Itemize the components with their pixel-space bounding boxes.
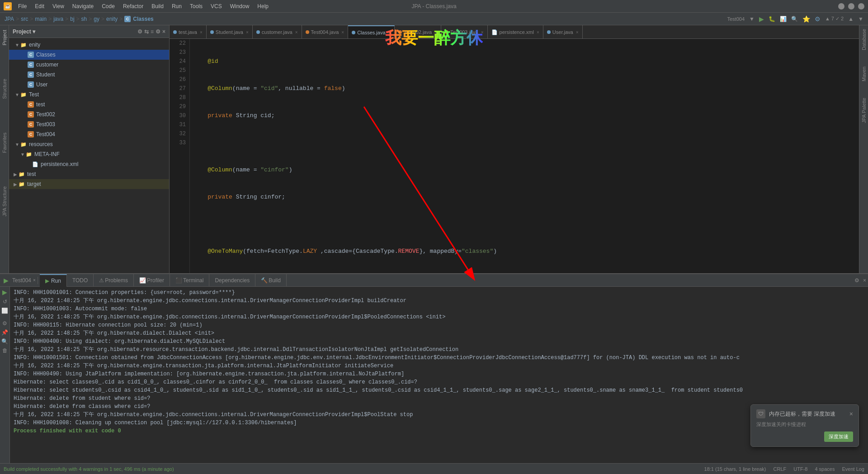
project-collapse-icon[interactable]: ≡ — [151, 28, 154, 35]
status-charset[interactable]: UTF-8 — [793, 466, 807, 472]
bottom-tab-run[interactable]: ▶ Run — [40, 274, 67, 287]
tree-item-resources[interactable]: ▼ 📁 resources — [9, 139, 169, 149]
right-tab-database[interactable]: Database — [860, 25, 868, 54]
menu-edit[interactable]: Edit — [31, 2, 48, 10]
menu-window[interactable]: Window — [226, 2, 253, 10]
breadcrumb-java[interactable]: java — [53, 16, 63, 22]
tab-student[interactable]: Student.java × — [207, 25, 253, 39]
run-strip-filter[interactable]: 🔍 — [1, 338, 8, 345]
tab-close-customer[interactable]: × — [295, 30, 298, 35]
tab-test[interactable]: test.java × — [170, 25, 207, 39]
breadcrumb-sh[interactable]: sh — [81, 16, 87, 22]
tab-test004[interactable]: Test004.java × — [302, 25, 349, 39]
console-area[interactable]: INFO: HHH10001001: Connection properties… — [10, 287, 868, 463]
menu-file[interactable]: File — [14, 2, 30, 10]
breadcrumb-jpa[interactable]: JPA — [5, 16, 14, 22]
bottom-tab-profiler[interactable]: 📈 Profiler — [134, 274, 170, 287]
tree-item-classes[interactable]: C Classes — [9, 50, 169, 60]
warnings-nav-down[interactable]: ▼ — [858, 16, 863, 22]
tab-close-persistence[interactable]: × — [537, 30, 539, 35]
tree-item-test-folder[interactable]: ▼ 📁 Test — [9, 90, 169, 100]
status-crlf[interactable]: CRLF — [774, 466, 787, 472]
breadcrumb-enity[interactable]: enity — [106, 16, 118, 22]
menu-tools[interactable]: Tools — [186, 2, 206, 10]
breadcrumb-src[interactable]: src — [21, 16, 28, 22]
run-tab-close[interactable]: × — [33, 278, 36, 283]
notification-close-button[interactable]: × — [849, 410, 853, 417]
tree-item-metainf[interactable]: ▼ 📁 META-INF — [9, 149, 169, 159]
sidebar-item-favorites[interactable]: Favorites — [1, 130, 8, 156]
breadcrumb-classes[interactable]: Classes — [133, 16, 153, 22]
status-indent[interactable]: 4 spaces — [815, 466, 835, 472]
debug-button[interactable]: 🐛 — [769, 16, 775, 22]
run-strip-play[interactable]: ▶ — [2, 289, 7, 296]
breadcrumb-gy[interactable]: gy — [94, 16, 99, 22]
bottom-close-icon[interactable]: × — [863, 277, 866, 284]
tab-close-student[interactable]: × — [246, 30, 249, 35]
project-settings-icon[interactable]: ⚙ — [156, 28, 160, 35]
breadcrumb-main[interactable]: main — [35, 16, 47, 22]
tree-item-test003[interactable]: C Test003 — [9, 119, 169, 129]
run-play-button[interactable]: ▶ — [4, 277, 9, 284]
right-tab-jpa-palette[interactable]: JPA Palette — [860, 94, 868, 127]
menu-run[interactable]: Run — [168, 2, 185, 10]
project-close-icon[interactable]: × — [162, 28, 165, 35]
search-button[interactable]: 🔍 — [791, 16, 798, 22]
run-button[interactable]: ▶ — [759, 15, 764, 23]
bookmark-button[interactable]: ⭐ — [802, 15, 810, 23]
event-log-link[interactable]: Event Log — [842, 466, 864, 472]
menu-help[interactable]: Help — [254, 2, 272, 10]
tree-item-target[interactable]: ▶ 📁 target — [9, 179, 169, 189]
project-gear-icon[interactable]: ⚙ — [137, 28, 142, 35]
maximize-button[interactable] — [848, 3, 854, 9]
tab-close-test003[interactable]: × — [481, 30, 484, 35]
run-strip-pin[interactable]: 📌 — [1, 329, 8, 336]
tree-item-test-class[interactable]: C test — [9, 100, 169, 109]
tab-close-user[interactable]: × — [576, 30, 579, 35]
run-strip-settings[interactable]: ⚙ — [2, 320, 7, 327]
code-editor[interactable]: 22 23 24 25 26 27 28 29 30 31 32 33 @id … — [170, 39, 859, 273]
right-tab-maven[interactable]: Maven — [860, 63, 868, 85]
tab-classes[interactable]: Classes.java × — [348, 25, 395, 39]
tree-item-user[interactable]: C User — [9, 80, 169, 90]
minimize-button[interactable] — [838, 3, 844, 9]
menu-view[interactable]: View — [49, 2, 68, 10]
bottom-tab-todo[interactable]: TODO — [67, 274, 94, 287]
profile-button[interactable]: 📊 — [780, 16, 787, 22]
sidebar-item-jpa-structure[interactable]: JPA Structure — [1, 184, 8, 219]
run-strip-delete[interactable]: 🗑 — [2, 347, 8, 354]
menu-vcs[interactable]: VCS — [207, 2, 226, 10]
bottom-settings-icon[interactable]: ⚙ — [854, 277, 859, 284]
bottom-tab-problems[interactable]: ⚠ Problems — [94, 274, 134, 287]
menu-navigate[interactable]: Navigate — [69, 2, 97, 10]
menu-build[interactable]: Build — [148, 2, 167, 10]
bottom-tab-dependencies[interactable]: Dependencies — [209, 274, 255, 287]
tree-item-enity[interactable]: ▼ 📁 enity — [9, 40, 169, 50]
tab-test002[interactable]: Test002.java × — [395, 25, 441, 39]
tree-item-test004[interactable]: C Test004 — [9, 129, 169, 139]
tab-close-test004[interactable]: × — [341, 30, 344, 35]
tab-close-test002[interactable]: × — [434, 30, 437, 35]
tree-item-customer[interactable]: C customer — [9, 60, 169, 70]
tab-user[interactable]: User.java × — [543, 25, 583, 39]
warnings-nav-up[interactable]: ▲ — [848, 16, 854, 22]
breadcrumb-bj[interactable]: bj — [70, 16, 74, 22]
status-position[interactable]: 18:1 (15 chars, 1 line break) — [704, 466, 766, 472]
run-strip-rerun[interactable]: ↺ — [3, 299, 7, 305]
run-config-dropdown[interactable]: ▼ — [749, 16, 755, 22]
tab-close-test[interactable]: × — [200, 30, 203, 35]
notification-action-button[interactable]: 深度加速 — [824, 431, 853, 442]
tab-test003[interactable]: Test003.java × — [441, 25, 488, 39]
menu-code[interactable]: Code — [98, 2, 118, 10]
tab-persistence[interactable]: 📄 persistence.xml × — [488, 25, 543, 39]
tree-item-persistence[interactable]: 📄 persistence.xml — [9, 159, 169, 169]
sidebar-item-project[interactable]: Project — [1, 27, 8, 48]
tree-item-test-res[interactable]: ▶ 📁 test — [9, 169, 169, 179]
tree-item-test002[interactable]: C Test002 — [9, 109, 169, 119]
tree-item-student[interactable]: C Student — [9, 70, 169, 80]
bottom-tab-build[interactable]: 🔨 Build — [255, 274, 287, 287]
tab-customer[interactable]: customer.java × — [253, 25, 302, 39]
project-sync-icon[interactable]: ⇆ — [144, 28, 149, 35]
run-strip-stop[interactable]: ⬜ — [1, 308, 8, 314]
tab-close-classes[interactable]: × — [388, 30, 391, 35]
